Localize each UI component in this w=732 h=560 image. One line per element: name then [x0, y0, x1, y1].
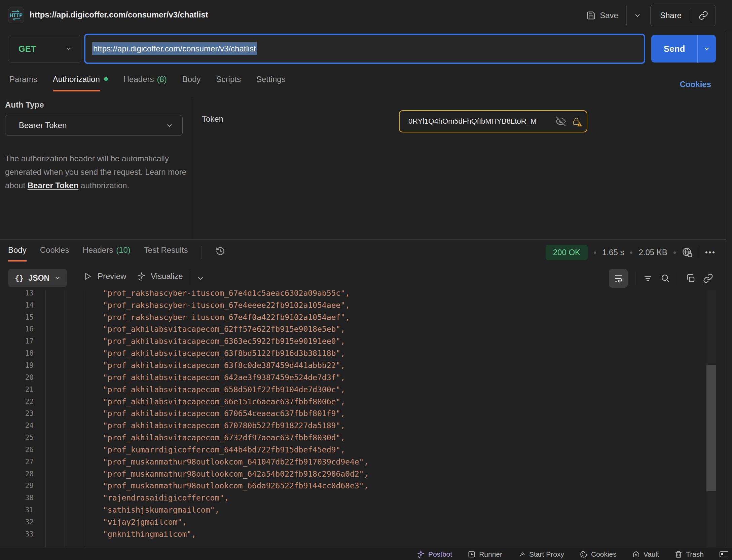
divider	[699, 247, 699, 258]
bearer-token-link[interactable]: Bearer Token	[28, 181, 79, 190]
scrollbar-thumb[interactable]	[706, 365, 716, 491]
tab-response-cookies[interactable]: Cookies	[40, 245, 69, 260]
token-value: 0RYl1Q4hOm5dFhQfIbMHYB8LtoR_M	[408, 117, 550, 126]
line-number: 18	[0, 349, 34, 357]
tab-authorization[interactable]: Authorization	[53, 75, 108, 91]
code-line: 19"prof_akhilabsvitacapecom_63f8c0de3874…	[0, 359, 726, 371]
runner-icon	[468, 550, 476, 558]
vault-icon	[632, 550, 640, 558]
panel-toggle-icon[interactable]	[719, 550, 728, 558]
line-number: 17	[0, 337, 34, 345]
visualize-button[interactable]: Visualize	[137, 272, 183, 281]
preview-button[interactable]: Preview	[83, 272, 126, 281]
response-format-select[interactable]: {} JSON	[8, 269, 67, 287]
line-number: 33	[0, 530, 34, 538]
method-select[interactable]: GET	[8, 35, 81, 63]
code-line: 15"prof_rakshascyber-ituscom_67e4f0a422f…	[0, 311, 726, 323]
status-badge[interactable]: 200 OK	[546, 245, 588, 260]
code-line: 17"prof_akhilabsvitacapecom_6363ec5922fb…	[0, 335, 726, 347]
trash-icon	[674, 550, 683, 558]
network-info-button[interactable]	[682, 247, 693, 258]
json-string-value: "prof_akhilabsvitacapecom_66e151c6aeac63…	[103, 397, 345, 406]
save-button[interactable]: Save	[586, 11, 618, 20]
search-button[interactable]	[660, 273, 670, 283]
share-button[interactable]: Share	[651, 11, 691, 20]
json-string-value: "gnknithingmailcom",	[103, 530, 196, 538]
code-line: 28"prof_muskanmathur98outlookcom_642a54b…	[0, 468, 726, 480]
send-options-button[interactable]	[698, 35, 716, 63]
json-string-value: "prof_akhilabsvitacapecom_670654ceaeac63…	[103, 409, 345, 418]
save-label: Save	[600, 11, 618, 20]
dot-separator	[630, 251, 632, 254]
chevron-down-icon	[703, 45, 710, 52]
tab-params[interactable]: Params	[9, 75, 37, 91]
response-more-options-button[interactable]: •••	[705, 248, 716, 257]
response-history-button[interactable]	[215, 246, 225, 256]
trash-button[interactable]: Trash	[674, 550, 704, 558]
tab-response-headers[interactable]: Headers(10)	[82, 245, 130, 260]
vault-button[interactable]: Vault	[632, 550, 659, 558]
chevron-down-icon	[196, 274, 205, 282]
section-divider	[0, 239, 726, 240]
json-string-value: "prof_rakshascyber-ituscom_67e4eeee22fb9…	[103, 301, 350, 310]
auth-type-label: Auth Type	[5, 100, 44, 110]
pane-divider	[193, 98, 193, 239]
wrap-text-button[interactable]	[609, 269, 628, 288]
link-icon	[703, 273, 713, 283]
divider	[635, 272, 635, 285]
token-label: Token	[202, 114, 223, 124]
wrap-text-icon	[613, 273, 623, 283]
cookies-button[interactable]: Cookies	[580, 550, 617, 558]
auth-type-select[interactable]: Bearer Token	[5, 115, 183, 136]
json-string-value: "prof_akhilabsvitacapecom_62ff57e622fb91…	[103, 325, 345, 333]
response-time[interactable]: 1.65 s	[602, 248, 624, 257]
response-size[interactable]: 2.05 KB	[638, 248, 667, 257]
copy-response-button[interactable]	[686, 273, 696, 283]
tab-headers[interactable]: Headers(8)	[123, 75, 167, 91]
filter-icon	[643, 273, 653, 283]
tab-body[interactable]: Body	[182, 75, 201, 91]
response-headers-count: (10)	[116, 245, 131, 254]
save-options-button[interactable]	[633, 11, 642, 19]
tab-settings[interactable]: Settings	[256, 75, 286, 91]
line-number: 23	[0, 409, 34, 417]
line-number: 26	[0, 446, 34, 454]
viewer-more-button[interactable]	[196, 274, 205, 282]
json-string-value: "prof_muskanmathur98outlookcom_642a54b02…	[103, 470, 368, 478]
runner-button[interactable]: Runner	[468, 550, 502, 558]
json-string-value: "prof_rakshascyber-ituscom_67e4f0a422fb9…	[103, 313, 350, 322]
token-input[interactable]: 0RYl1Q4hOm5dFhQfIbMHYB8LtoR_M	[399, 110, 587, 132]
copy-link-button[interactable]	[691, 11, 716, 20]
eye-off-icon[interactable]	[556, 116, 566, 126]
json-string-value: "prof_akhilabsvitacapecom_6732df97aeac63…	[103, 433, 345, 442]
postbot-button[interactable]: Postbot	[416, 550, 452, 559]
tab-response-body[interactable]: Body	[8, 245, 27, 262]
code-line: 26"prof_kumarrdigicoffercom_644b4bd722fb…	[0, 444, 726, 456]
line-number: 25	[0, 434, 34, 442]
code-lines: 13"prof_rakshascyber-ituscom_67e4d1c5aea…	[0, 290, 726, 540]
bottom-status-bar: Postbot Runner Start Proxy Cookies	[0, 548, 732, 560]
dot-separator	[673, 251, 676, 254]
copy-icon	[686, 273, 696, 283]
url-input[interactable]: https://api.digicoffer.com/consumer/v3/c…	[84, 34, 645, 64]
start-proxy-button[interactable]: Start Proxy	[518, 550, 564, 558]
json-string-value: "prof_akhilabsvitacapecom_642ae3f9387459…	[103, 373, 345, 382]
response-body-viewer[interactable]: 13"prof_rakshascyber-ituscom_67e4d1c5aea…	[0, 290, 726, 547]
filter-button[interactable]	[643, 273, 653, 283]
send-button[interactable]: Send	[651, 35, 697, 63]
json-string-value: "prof_akhilabsvitacapecom_670780b522fb91…	[103, 421, 345, 430]
json-string-value: "prof_akhilabsvitacapecom_6363ec5922fb91…	[103, 337, 345, 346]
response-link-button[interactable]	[703, 273, 713, 283]
json-string-value: "prof_muskanmathur98outlookcom_66da92652…	[103, 481, 368, 490]
tab-scripts[interactable]: Scripts	[216, 75, 241, 91]
tab-test-results[interactable]: Test Results	[144, 245, 188, 260]
line-number: 29	[0, 482, 34, 490]
line-number: 24	[0, 422, 34, 430]
request-title: https://api.digicoffer.com/consumer/v3/c…	[30, 10, 208, 19]
chevron-down-icon	[54, 275, 61, 281]
line-number: 27	[0, 458, 34, 466]
cookies-link[interactable]: Cookies	[680, 80, 711, 89]
arrow-left-icon	[12, 18, 21, 21]
code-line: 32"vijay2jgmailcom",	[0, 516, 726, 528]
chevron-down-icon	[65, 45, 72, 52]
